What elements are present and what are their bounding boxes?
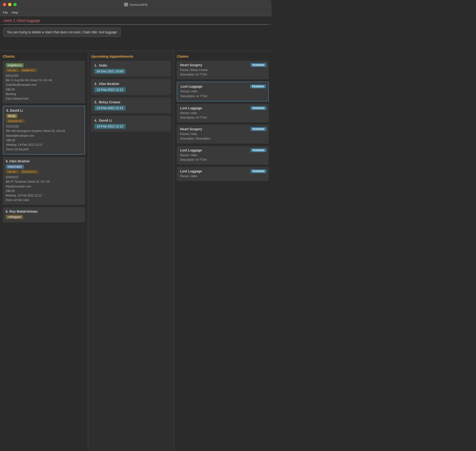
client-card[interactable]: neighbours Life ins.: Health ins.: 93210… <box>3 61 85 103</box>
client-tag-neighbours: neighbours <box>6 63 24 67</box>
app-icon <box>124 3 128 6</box>
client-phone: 92492022 <box>6 175 82 180</box>
client-notes: Does not like cake <box>6 198 82 202</box>
client-info: 92492022 Blk 47 Tampines Street 20, #17-… <box>6 175 82 202</box>
appt-datetime: 05-Dec-2021 20:00 <box>94 69 126 74</box>
pending-badge: PENDING <box>251 169 266 173</box>
client-info: 91031282 Blk 436 Serangoon Gardens Stree… <box>6 124 82 152</box>
output-area: You are trying to delete a claim that do… <box>0 25 272 51</box>
client-email: lidavid@example.com <box>6 134 82 138</box>
claim-card[interactable]: PENDING Heart Surgery Person: Hsllo Desc… <box>177 125 269 143</box>
client-name: 6. Roy Balakrishnan <box>6 210 82 213</box>
command-area <box>0 16 272 25</box>
title-bar: InsurancePal <box>0 0 272 9</box>
client-phone: 93210283 <box>6 74 82 78</box>
client-email: charlotte@example.com <box>6 83 82 87</box>
menu-help[interactable]: Help <box>12 11 18 14</box>
client-address: Blk 11 Ang Mo Kio Street 74, #11-04 <box>6 78 82 83</box>
claims-column: Claims PENDING Heart Surgery Person: Bet… <box>174 51 272 451</box>
claim-description: Description: Description <box>180 137 265 141</box>
claim-card[interactable]: PENDING Lost Luggage Person: Hsllo <box>177 167 269 181</box>
appointment-card[interactable]: 2. Irfan Ibrahim 10-Feb-2022 12:12 <box>91 79 171 95</box>
clients-title: Clients <box>3 54 85 58</box>
appt-datetime: 14-Feb-2022 12:12 <box>94 124 126 129</box>
claim-person: Person: Hsllo <box>180 153 265 158</box>
client-savings: S$0.00 <box>6 138 82 143</box>
client-card[interactable]: 6. Roy Balakrishnan colleagues <box>3 207 85 222</box>
client-card[interactable]: 4. David Li family General ins.: 9103128… <box>3 106 85 155</box>
ins-tag-life: Life ins.: <box>6 170 19 174</box>
claim-person: Person: Hsllo <box>180 174 265 179</box>
claim-card[interactable]: PENDING Lost Luggage Person: Hsllo Descr… <box>177 104 269 122</box>
client-savings: S$0.00 <box>6 189 82 193</box>
menu-bar: File Help <box>0 9 272 16</box>
client-notes: Does not eat pork <box>6 147 82 152</box>
client-phone: 91031282 <box>6 124 82 129</box>
minimize-button[interactable] <box>8 3 12 6</box>
client-name: 4. David Li <box>6 109 82 113</box>
pending-badge: PENDING <box>251 148 266 152</box>
app-title: InsurancePal <box>124 3 147 6</box>
insurance-tags: Life ins.: Health ins.: <box>6 68 82 72</box>
maximize-button[interactable] <box>13 3 17 6</box>
client-address: Blk 436 Serangoon Gardens Street 26, #16… <box>6 129 82 133</box>
claim-description: Description: At TTSH <box>180 158 265 162</box>
appointments-title: Upcoming Appointments <box>91 54 171 58</box>
claim-card[interactable]: PENDING Heart Surgery Person: Betsy Crow… <box>177 61 269 79</box>
claim-description: Description: At TTSH <box>180 115 265 120</box>
appt-name: 3. Betsy Crower <box>94 100 167 104</box>
client-tag-family: family <box>6 114 17 118</box>
client-tag-colleagues: colleagues <box>6 215 23 219</box>
claim-card[interactable]: PENDING Lost Luggage Person: Hsllo Descr… <box>177 82 269 101</box>
client-meeting: Meeting: 10-Feb-2022 12:12 <box>6 193 82 198</box>
appt-datetime: 13-Feb-2022 12:13 <box>94 106 126 111</box>
claim-description: Description: At TTSH <box>180 72 265 77</box>
pending-badge: PENDING <box>251 63 266 67</box>
appt-name: 2. Irfan Ibrahim <box>94 82 167 86</box>
ins-tag-general: General ins.: <box>20 170 39 174</box>
client-savings: S$0.00 <box>6 88 82 92</box>
pending-badge: PENDING <box>250 85 266 88</box>
appt-name: 1. Hsllo <box>94 63 167 67</box>
client-tag-classmates: classmates <box>6 164 24 169</box>
ins-tag-general: General ins.: <box>6 119 25 123</box>
claim-person: Person: Betsy Crower <box>180 68 265 72</box>
client-meeting: Meeting: <box>6 92 82 96</box>
close-button[interactable] <box>3 3 6 6</box>
output-message: You are trying to delete a claim that do… <box>3 28 121 37</box>
client-address: Blk 47 Tampines Street 20, #17-35 <box>6 180 82 184</box>
command-input[interactable] <box>3 19 268 25</box>
menu-file[interactable]: File <box>3 11 8 14</box>
ins-tag-health: Health ins.: <box>20 68 37 72</box>
claim-description: Description: At TTSH <box>181 94 265 99</box>
ins-tag-life: Life ins.: <box>6 68 19 72</box>
claims-title: Claims <box>177 54 269 58</box>
claim-person: Person: Hsllo <box>180 132 265 137</box>
appt-datetime: 10-Feb-2022 12:12 <box>94 87 126 92</box>
client-notes: Eats chinese food <box>6 96 82 101</box>
claim-card[interactable]: PENDING Lost Luggage Person: Hsllo Descr… <box>177 146 269 164</box>
main-columns: Clients neighbours Life ins.: Health ins… <box>0 51 272 451</box>
client-email: irfan@example.com <box>6 184 82 189</box>
clients-column: Clients neighbours Life ins.: Health ins… <box>0 51 88 451</box>
appointment-card[interactable]: 3. Betsy Crower 13-Feb-2022 12:13 <box>91 97 171 113</box>
appointment-card[interactable]: 1. Hsllo 05-Dec-2021 20:00 <box>91 61 171 77</box>
client-info: 93210283 Blk 11 Ang Mo Kio Street 74, #1… <box>6 74 82 101</box>
appointments-column: Upcoming Appointments 1. Hsllo 05-Dec-20… <box>88 51 174 451</box>
insurance-tags: General ins.: <box>6 119 82 123</box>
insurance-tags: Life ins.: General ins.: <box>6 170 82 174</box>
client-card[interactable]: 5. Irfan Ibrahim classmates Life ins.: G… <box>3 157 85 205</box>
appointment-card[interactable]: 4. David Li 14-Feb-2022 12:12 <box>91 116 171 132</box>
pending-badge: PENDING <box>251 127 266 131</box>
client-name: 5. Irfan Ibrahim <box>6 159 82 163</box>
traffic-lights <box>3 3 17 6</box>
pending-badge: PENDING <box>251 106 266 110</box>
claim-person: Person: Hsllo <box>181 89 265 94</box>
client-meeting: Meeting: 14-Feb-2022 12:12 <box>6 143 82 147</box>
claim-person: Person: Hsllo <box>180 111 265 115</box>
appt-name: 4. David Li <box>94 119 167 122</box>
